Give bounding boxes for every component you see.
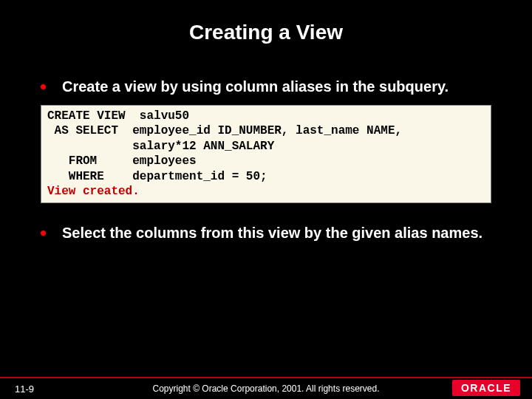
oracle-logo: ORACLE [452, 380, 520, 396]
code-result: View created. [47, 185, 140, 198]
bullet-text: Select the columns from this view by the… [62, 224, 482, 242]
slide-content: Create a view by using column aliases in… [0, 44, 532, 242]
slide-number: 11-9 [15, 383, 34, 395]
code-lines: CREATE VIEW salvu50 AS SELECT employee_i… [47, 109, 402, 183]
slide: Creating a View Create a view by using c… [0, 0, 532, 399]
bullet-text: Create a view by using column aliases in… [62, 78, 449, 96]
bullet-dot-icon [41, 231, 46, 236]
code-block: CREATE VIEW salvu50 AS SELECT employee_i… [41, 105, 491, 203]
bullet-item: Create a view by using column aliases in… [41, 78, 491, 96]
logo-text: ORACLE [461, 382, 511, 394]
bullet-item: Select the columns from this view by the… [41, 224, 491, 242]
bullet-dot-icon [41, 84, 46, 89]
slide-title: Creating a View [0, 0, 532, 44]
footer: 11-9 Copyright © Oracle Corporation, 200… [0, 377, 532, 399]
